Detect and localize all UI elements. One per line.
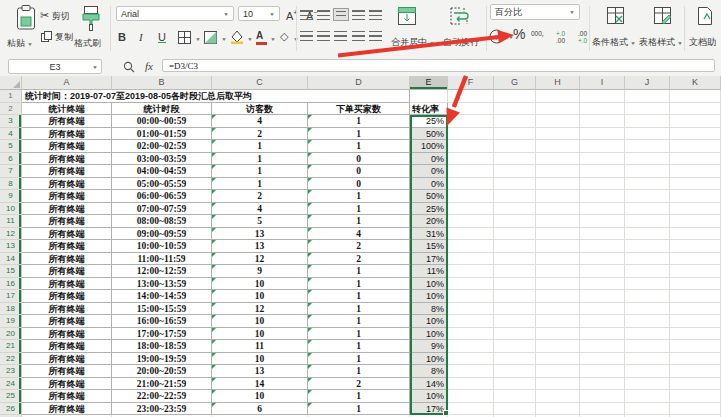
row-header-17[interactable]: 17 (0, 290, 22, 303)
column-header-I[interactable]: I (580, 76, 625, 90)
cell-C16[interactable]: 10 (212, 278, 308, 291)
cell-D26[interactable]: 1 (308, 403, 410, 416)
cell-H5[interactable] (536, 140, 580, 153)
cell-K5[interactable] (670, 140, 721, 153)
copy-button[interactable]: 复制 (55, 32, 73, 42)
cell-I12[interactable] (580, 228, 625, 241)
cell-H16[interactable] (536, 278, 580, 291)
cell-A17[interactable]: 所有终端 (22, 290, 112, 303)
cell-A25[interactable]: 所有终端 (22, 390, 112, 403)
cell-F5[interactable] (448, 140, 494, 153)
cell-F6[interactable] (448, 153, 494, 166)
cell-B25[interactable]: 22:00~22:59 (112, 390, 212, 403)
cell-D9[interactable]: 1 (308, 190, 410, 203)
merge-center-button[interactable]: 合并居中▼ (391, 37, 435, 48)
increase-decimal-button[interactable]: +.0 .00 (551, 31, 570, 44)
cell-I10[interactable] (580, 203, 625, 216)
column-header-J[interactable]: J (625, 76, 670, 90)
cell-J23[interactable] (625, 365, 670, 378)
cell-E15[interactable]: 11% (410, 265, 448, 278)
cell-F19[interactable] (448, 315, 494, 328)
cell-A3[interactable]: 所有终端 (22, 115, 112, 128)
cell-A16[interactable]: 所有终端 (22, 278, 112, 291)
cell-C10[interactable]: 4 (212, 203, 308, 216)
cell-J2[interactable] (625, 103, 670, 116)
cell-D15[interactable]: 1 (308, 265, 410, 278)
underline-button[interactable]: U (158, 31, 166, 43)
row-header-8[interactable]: 8 (0, 178, 22, 191)
cell-B11[interactable]: 08:00~08:59 (112, 215, 212, 228)
cell-C17[interactable]: 10 (212, 290, 308, 303)
select-all-corner[interactable] (0, 76, 22, 90)
cell-F17[interactable] (448, 290, 494, 303)
cell-G18[interactable] (494, 303, 536, 316)
cell-H21[interactable] (536, 340, 580, 353)
distribute-button[interactable] (369, 30, 383, 41)
cell-H6[interactable] (536, 153, 580, 166)
font-name-select[interactable]: Arial▼ (116, 6, 234, 21)
cell-H25[interactable] (536, 390, 580, 403)
cell-I1[interactable] (580, 90, 625, 103)
cell-E25[interactable]: 10% (410, 390, 448, 403)
increase-indent-button[interactable] (369, 9, 383, 20)
cell-E11[interactable]: 20% (410, 215, 448, 228)
cell-K22[interactable] (670, 353, 721, 366)
cell-G6[interactable] (494, 153, 536, 166)
cell-G22[interactable] (494, 353, 536, 366)
cell-F7[interactable] (448, 165, 494, 178)
align-center-button[interactable] (317, 30, 331, 41)
cell-C12[interactable]: 13 (212, 228, 308, 241)
cell-E22[interactable]: 10% (410, 353, 448, 366)
cell-K24[interactable] (670, 378, 721, 391)
cell-H11[interactable] (536, 215, 580, 228)
font-color-button[interactable]: A (256, 30, 267, 45)
search-icon[interactable] (123, 61, 135, 73)
cell-J20[interactable] (625, 328, 670, 341)
cell-J14[interactable] (625, 253, 670, 266)
cell-J10[interactable] (625, 203, 670, 216)
cell-K12[interactable] (670, 228, 721, 241)
cell-D19[interactable]: 1 (308, 315, 410, 328)
cell-A6[interactable]: 所有终端 (22, 153, 112, 166)
cut-button[interactable]: ✂ 剪切 (40, 10, 70, 21)
cell-C9[interactable]: 2 (212, 190, 308, 203)
conditional-format-icon[interactable] (606, 6, 625, 25)
formula-input[interactable]: =D3/C3 (162, 59, 715, 72)
cell-F18[interactable] (448, 303, 494, 316)
wrap-text-button[interactable]: 自动换行 (443, 37, 479, 47)
cell-B22[interactable]: 19:00~19:59 (112, 353, 212, 366)
cell-G12[interactable] (494, 228, 536, 241)
cell-C26[interactable]: 6 (212, 403, 308, 416)
cell-B6[interactable]: 03:00~03:59 (112, 153, 212, 166)
cell-C22[interactable]: 10 (212, 353, 308, 366)
cell-J1[interactable] (625, 90, 670, 103)
cell-E6[interactable]: 0% (410, 153, 448, 166)
borders-icon[interactable] (178, 31, 191, 44)
cell-F2[interactable] (448, 103, 494, 116)
row-header-10[interactable]: 10 (0, 203, 22, 216)
cell-E12[interactable]: 31% (410, 228, 448, 241)
cell-G19[interactable] (494, 315, 536, 328)
row-header-9[interactable]: 9 (0, 190, 22, 203)
cell-G10[interactable] (494, 203, 536, 216)
cell-J4[interactable] (625, 128, 670, 141)
cell-H13[interactable] (536, 240, 580, 253)
cell-F11[interactable] (448, 215, 494, 228)
cell-H14[interactable] (536, 253, 580, 266)
cell-F25[interactable] (448, 390, 494, 403)
cell-D11[interactable]: 1 (308, 215, 410, 228)
row-header-21[interactable]: 21 (0, 340, 22, 353)
cell-J24[interactable] (625, 378, 670, 391)
cell-D16[interactable]: 1 (308, 278, 410, 291)
cell-I11[interactable] (580, 215, 625, 228)
font-size-select[interactable]: 10▼ (238, 6, 280, 21)
cell-K13[interactable] (670, 240, 721, 253)
cell-I20[interactable] (580, 328, 625, 341)
cell-J8[interactable] (625, 178, 670, 191)
cell-G8[interactable] (494, 178, 536, 191)
cell-G24[interactable] (494, 378, 536, 391)
cell-E13[interactable]: 15% (410, 240, 448, 253)
row-header-25[interactable]: 25 (0, 390, 22, 403)
cell-A19[interactable]: 所有终端 (22, 315, 112, 328)
cell-A12[interactable]: 所有终端 (22, 228, 112, 241)
